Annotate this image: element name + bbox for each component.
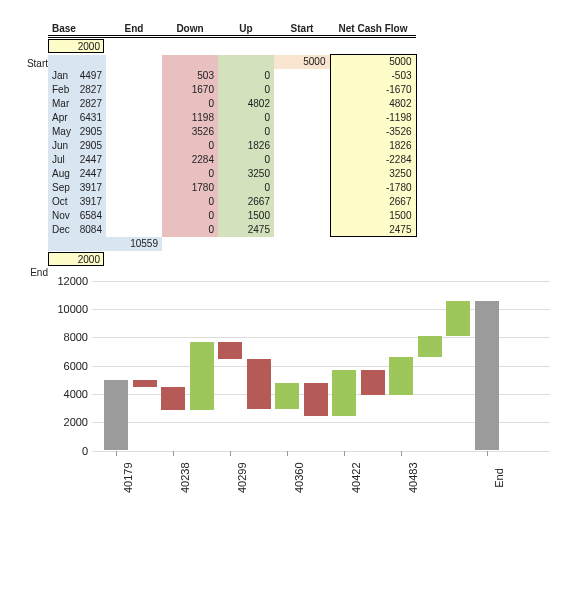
net-cell: 2475 [330, 223, 416, 237]
input-row-bottom: 2000 [48, 251, 416, 267]
down-cell: 0 [162, 139, 218, 153]
start-row: 5000 5000 [48, 55, 416, 69]
down-cell: 3526 [162, 125, 218, 139]
up-cell: 1500 [218, 209, 274, 223]
down-cell: 2284 [162, 153, 218, 167]
x-tick: 40299 [236, 463, 248, 493]
y-tick: 0 [48, 445, 88, 457]
chart-bar [133, 380, 157, 387]
y-tick: 12000 [48, 275, 88, 287]
up-cell: 0 [218, 83, 274, 97]
row-label-base: Dec8084 [48, 223, 106, 237]
end-row: 10559 [48, 237, 416, 251]
up-cell: 2475 [218, 223, 274, 237]
row-label-base: Aug2447 [48, 167, 106, 181]
down-cell: 0 [162, 195, 218, 209]
chart-bar [304, 383, 328, 415]
chart-bar [161, 387, 185, 411]
chart-bar [361, 370, 385, 395]
down-cell: 1780 [162, 181, 218, 195]
up-cell: 0 [218, 125, 274, 139]
down-cell: 503 [162, 69, 218, 83]
start-label: Start [4, 58, 48, 69]
table-row: Jul244722840-2284 [48, 153, 416, 167]
net-cell: -503 [330, 69, 416, 83]
row-label-base: Mar2827 [48, 97, 106, 111]
table-row: Apr643111980-1198 [48, 111, 416, 125]
x-tick: 40238 [179, 463, 191, 493]
net-cell: -1780 [330, 181, 416, 195]
x-tick: 40360 [293, 463, 305, 493]
row-label-base: Nov6584 [48, 209, 106, 223]
x-tick: End [493, 463, 505, 493]
up-cell: 1826 [218, 139, 274, 153]
waterfall-chart: 020004000600080001000012000 401794023840… [48, 281, 552, 503]
x-tick: 40422 [350, 463, 362, 493]
table-row: Jan44975030-503 [48, 69, 416, 83]
net-cell: -1198 [330, 111, 416, 125]
table-row: Mar2827048024802 [48, 97, 416, 111]
chart-bar [218, 342, 242, 359]
up-cell: 0 [218, 153, 274, 167]
net-cell: 4802 [330, 97, 416, 111]
header-row: Base End Down Up Start Net Cash Flow [48, 22, 416, 37]
table-row: Jun2905018261826 [48, 139, 416, 153]
row-label-base: Jun2905 [48, 139, 106, 153]
base-input-bottom[interactable]: 2000 [48, 252, 104, 266]
col-up: Up [218, 22, 274, 37]
col-base: Base [48, 22, 106, 37]
chart-bar [389, 357, 413, 395]
start-value: 5000 [274, 55, 330, 69]
end-label: End [4, 267, 48, 278]
chart-bar [104, 380, 128, 451]
row-label-base: Apr6431 [48, 111, 106, 125]
input-row-top: 2000 [48, 37, 416, 55]
net-cell: -1670 [330, 83, 416, 97]
up-cell: 0 [218, 69, 274, 83]
x-tick: 40179 [122, 463, 134, 493]
start-net: 5000 [330, 55, 416, 69]
net-cell: 1826 [330, 139, 416, 153]
table-row: Feb282716700-1670 [48, 83, 416, 97]
down-cell: 0 [162, 167, 218, 181]
down-cell: 0 [162, 97, 218, 111]
end-value: 10559 [106, 237, 162, 251]
row-label-base: Jan4497 [48, 69, 106, 83]
row-label-base: Sep3917 [48, 181, 106, 195]
col-down: Down [162, 22, 218, 37]
net-cell: 2667 [330, 195, 416, 209]
table-row: Aug2447032503250 [48, 167, 416, 181]
y-tick: 4000 [48, 388, 88, 400]
chart-bar [332, 370, 356, 416]
up-cell: 2667 [218, 195, 274, 209]
down-cell: 0 [162, 209, 218, 223]
net-cell: -3526 [330, 125, 416, 139]
down-cell: 1198 [162, 111, 218, 125]
x-tick: 40483 [407, 463, 419, 493]
y-tick: 10000 [48, 303, 88, 315]
base-input-top[interactable]: 2000 [48, 39, 104, 53]
up-cell: 4802 [218, 97, 274, 111]
up-cell: 0 [218, 111, 274, 125]
net-cell: 3250 [330, 167, 416, 181]
data-table: Base End Down Up Start Net Cash Flow 200… [48, 22, 417, 267]
y-tick: 8000 [48, 331, 88, 343]
chart-bar [446, 301, 470, 336]
table-row: May290535260-3526 [48, 125, 416, 139]
row-label-base: Feb2827 [48, 83, 106, 97]
net-cell: 1500 [330, 209, 416, 223]
col-net: Net Cash Flow [330, 22, 416, 37]
col-start: Start [274, 22, 330, 37]
up-cell: 0 [218, 181, 274, 195]
row-label-base: Jul2447 [48, 153, 106, 167]
chart-bar [190, 342, 214, 410]
down-cell: 1670 [162, 83, 218, 97]
table-row: Sep391717800-1780 [48, 181, 416, 195]
col-end: End [106, 22, 162, 37]
row-label-base: May2905 [48, 125, 106, 139]
table-row: Nov6584015001500 [48, 209, 416, 223]
y-tick: 6000 [48, 360, 88, 372]
table-row: Dec8084024752475 [48, 223, 416, 237]
chart-bar [418, 336, 442, 357]
y-tick: 2000 [48, 416, 88, 428]
